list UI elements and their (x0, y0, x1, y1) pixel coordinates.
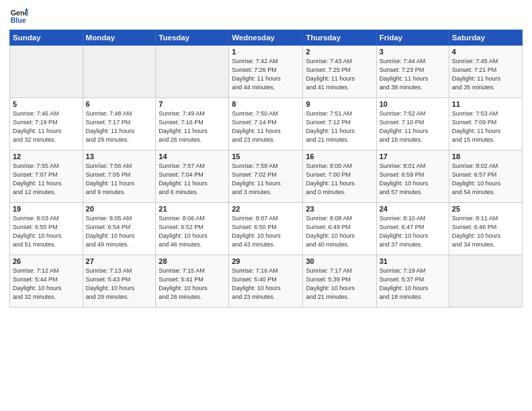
day-number: 5 (13, 100, 80, 108)
day-info: Sunrise: 8:01 AM Sunset: 6:59 PM Dayligh… (380, 162, 446, 197)
day-info: Sunrise: 7:45 AM Sunset: 7:21 PM Dayligh… (452, 57, 519, 92)
day-number: 18 (452, 152, 519, 161)
calendar-cell: 17Sunrise: 8:01 AM Sunset: 6:59 PM Dayli… (376, 150, 449, 203)
day-number: 4 (452, 48, 519, 56)
day-info: Sunrise: 7:57 AM Sunset: 7:04 PM Dayligh… (159, 162, 226, 197)
calendar-cell: 1Sunrise: 7:42 AM Sunset: 7:26 PM Daylig… (229, 46, 303, 98)
day-info: Sunrise: 7:12 AM Sunset: 5:44 PM Dayligh… (13, 267, 80, 302)
calendar-cell: 28Sunrise: 7:15 AM Sunset: 5:41 PM Dayli… (156, 255, 229, 308)
day-number: 2 (306, 48, 373, 56)
calendar-cell: 2Sunrise: 7:43 AM Sunset: 7:25 PM Daylig… (303, 46, 376, 98)
day-info: Sunrise: 7:16 AM Sunset: 5:40 PM Dayligh… (232, 267, 300, 302)
day-number: 26 (13, 257, 80, 265)
calendar-cell: 7Sunrise: 7:49 AM Sunset: 7:16 PM Daylig… (156, 98, 229, 150)
day-info: Sunrise: 7:13 AM Sunset: 5:43 PM Dayligh… (86, 267, 153, 302)
day-info: Sunrise: 7:46 AM Sunset: 7:19 PM Dayligh… (13, 109, 80, 144)
day-number: 20 (86, 205, 153, 213)
day-info: Sunrise: 7:42 AM Sunset: 7:26 PM Dayligh… (232, 57, 300, 92)
weekday-header-tuesday: Tuesday (156, 30, 229, 46)
day-info: Sunrise: 7:17 AM Sunset: 5:39 PM Dayligh… (306, 267, 373, 302)
calendar-cell: 3Sunrise: 7:44 AM Sunset: 7:23 PM Daylig… (376, 46, 449, 98)
day-info: Sunrise: 7:15 AM Sunset: 5:41 PM Dayligh… (159, 267, 226, 302)
weekday-header-sunday: Sunday (10, 30, 83, 46)
day-number: 31 (380, 257, 446, 265)
day-number: 12 (13, 152, 80, 161)
calendar-cell: 4Sunrise: 7:45 AM Sunset: 7:21 PM Daylig… (449, 46, 522, 98)
day-info: Sunrise: 7:56 AM Sunset: 7:05 PM Dayligh… (86, 162, 153, 197)
calendar-cell: 6Sunrise: 7:48 AM Sunset: 7:17 PM Daylig… (83, 98, 156, 150)
day-info: Sunrise: 7:52 AM Sunset: 7:10 PM Dayligh… (380, 109, 446, 144)
calendar-cell: 27Sunrise: 7:13 AM Sunset: 5:43 PM Dayli… (83, 255, 156, 308)
day-info: Sunrise: 7:51 AM Sunset: 7:12 PM Dayligh… (306, 109, 373, 144)
logo: General Blue (9, 7, 27, 26)
day-number: 7 (159, 100, 226, 108)
day-number: 8 (232, 100, 300, 108)
calendar-cell: 30Sunrise: 7:17 AM Sunset: 5:39 PM Dayli… (303, 255, 376, 308)
day-info: Sunrise: 8:02 AM Sunset: 6:57 PM Dayligh… (452, 162, 519, 197)
calendar-cell: 13Sunrise: 7:56 AM Sunset: 7:05 PM Dayli… (83, 150, 156, 203)
calendar-cell: 23Sunrise: 8:08 AM Sunset: 6:49 PM Dayli… (303, 203, 376, 255)
week-row-3: 12Sunrise: 7:55 AM Sunset: 7:07 PM Dayli… (10, 150, 523, 203)
calendar-cell: 31Sunrise: 7:19 AM Sunset: 5:37 PM Dayli… (376, 255, 449, 308)
day-number: 17 (380, 152, 446, 161)
calendar-cell: 22Sunrise: 8:07 AM Sunset: 6:50 PM Dayli… (229, 203, 303, 255)
calendar-cell: 8Sunrise: 7:50 AM Sunset: 7:14 PM Daylig… (229, 98, 303, 150)
page: General Blue SundayMondayTuesdayWednesda… (0, 0, 532, 411)
calendar-cell: 26Sunrise: 7:12 AM Sunset: 5:44 PM Dayli… (10, 255, 83, 308)
day-info: Sunrise: 7:53 AM Sunset: 7:09 PM Dayligh… (452, 109, 519, 144)
calendar-cell: 10Sunrise: 7:52 AM Sunset: 7:10 PM Dayli… (376, 98, 449, 150)
weekday-header-wednesday: Wednesday (229, 30, 303, 46)
day-info: Sunrise: 8:07 AM Sunset: 6:50 PM Dayligh… (232, 214, 300, 249)
calendar-cell (83, 46, 156, 98)
logo-icon: General Blue (9, 7, 28, 26)
calendar-cell: 12Sunrise: 7:55 AM Sunset: 7:07 PM Dayli… (10, 150, 83, 203)
weekday-header-friday: Friday (376, 30, 449, 46)
svg-text:Blue: Blue (11, 16, 26, 24)
day-number: 16 (306, 152, 373, 161)
week-row-5: 26Sunrise: 7:12 AM Sunset: 5:44 PM Dayli… (10, 255, 523, 308)
day-info: Sunrise: 7:48 AM Sunset: 7:17 PM Dayligh… (86, 109, 153, 144)
day-info: Sunrise: 7:44 AM Sunset: 7:23 PM Dayligh… (380, 57, 446, 92)
day-number: 10 (380, 100, 446, 108)
day-number: 24 (380, 205, 446, 213)
day-number: 27 (86, 257, 153, 265)
day-info: Sunrise: 8:06 AM Sunset: 6:52 PM Dayligh… (159, 214, 226, 249)
header: General Blue (9, 7, 523, 26)
day-number: 9 (306, 100, 373, 108)
day-info: Sunrise: 8:08 AM Sunset: 6:49 PM Dayligh… (306, 214, 373, 249)
day-number: 19 (13, 205, 80, 213)
calendar-cell: 14Sunrise: 7:57 AM Sunset: 7:04 PM Dayli… (156, 150, 229, 203)
day-info: Sunrise: 7:19 AM Sunset: 5:37 PM Dayligh… (380, 267, 446, 302)
day-number: 1 (232, 48, 300, 56)
day-number: 25 (452, 205, 519, 213)
calendar-cell: 19Sunrise: 8:03 AM Sunset: 6:55 PM Dayli… (10, 203, 83, 255)
calendar-table: SundayMondayTuesdayWednesdayThursdayFrid… (9, 30, 523, 308)
calendar-cell: 24Sunrise: 8:10 AM Sunset: 6:47 PM Dayli… (376, 203, 449, 255)
week-row-1: 1Sunrise: 7:42 AM Sunset: 7:26 PM Daylig… (10, 46, 523, 98)
day-number: 11 (452, 100, 519, 108)
day-number: 14 (159, 152, 226, 161)
day-number: 29 (232, 257, 300, 265)
weekday-header-monday: Monday (83, 30, 156, 46)
calendar-cell: 9Sunrise: 7:51 AM Sunset: 7:12 PM Daylig… (303, 98, 376, 150)
day-info: Sunrise: 8:11 AM Sunset: 6:46 PM Dayligh… (452, 214, 519, 249)
day-info: Sunrise: 8:10 AM Sunset: 6:47 PM Dayligh… (380, 214, 446, 249)
day-number: 13 (86, 152, 153, 161)
weekday-header-saturday: Saturday (449, 30, 522, 46)
calendar-cell: 20Sunrise: 8:05 AM Sunset: 6:54 PM Dayli… (83, 203, 156, 255)
day-info: Sunrise: 7:50 AM Sunset: 7:14 PM Dayligh… (232, 109, 300, 144)
day-info: Sunrise: 7:43 AM Sunset: 7:25 PM Dayligh… (306, 57, 373, 92)
calendar-cell (449, 255, 522, 308)
day-number: 15 (232, 152, 300, 161)
calendar-cell: 11Sunrise: 7:53 AM Sunset: 7:09 PM Dayli… (449, 98, 522, 150)
day-number: 28 (159, 257, 226, 265)
day-info: Sunrise: 7:55 AM Sunset: 7:07 PM Dayligh… (13, 162, 80, 197)
calendar-cell (156, 46, 229, 98)
day-info: Sunrise: 8:03 AM Sunset: 6:55 PM Dayligh… (13, 214, 80, 249)
weekday-header-thursday: Thursday (303, 30, 376, 46)
calendar-cell: 29Sunrise: 7:16 AM Sunset: 5:40 PM Dayli… (229, 255, 303, 308)
calendar-cell: 25Sunrise: 8:11 AM Sunset: 6:46 PM Dayli… (449, 203, 522, 255)
calendar-cell: 5Sunrise: 7:46 AM Sunset: 7:19 PM Daylig… (10, 98, 83, 150)
calendar-cell: 16Sunrise: 8:00 AM Sunset: 7:00 PM Dayli… (303, 150, 376, 203)
weekday-header-row: SundayMondayTuesdayWednesdayThursdayFrid… (10, 30, 523, 46)
